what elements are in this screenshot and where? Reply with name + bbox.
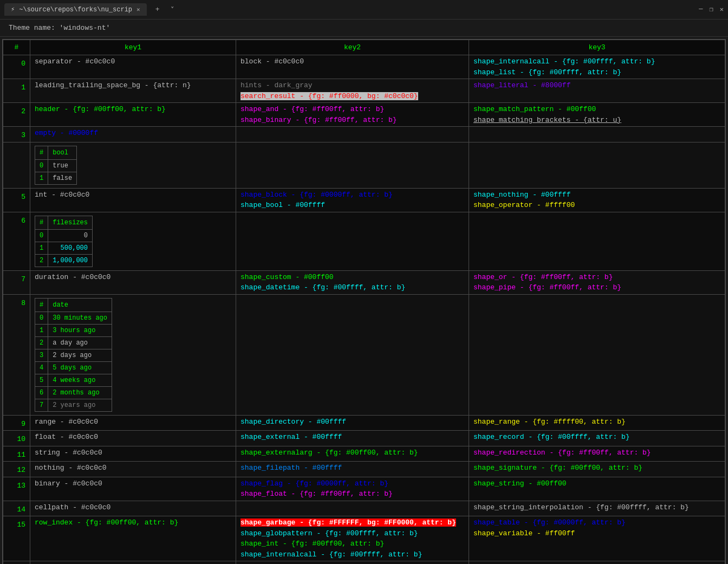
col-header-key2: key2 bbox=[236, 40, 469, 55]
row-0-col3: shape_internalcall - {fg: #00ffff, attr:… bbox=[469, 55, 725, 79]
row-0-col2: block - #c0c0c0 bbox=[236, 55, 469, 79]
date-row-2-val: a day ago bbox=[48, 336, 112, 349]
row-num: 6 bbox=[3, 212, 30, 270]
row-9-col3: shape_range - {fg: #ffff00, attr: b} bbox=[469, 415, 725, 431]
row-14-col1: cellpath - #c0c0c0 bbox=[30, 501, 236, 516]
row-10-col1: float - #c0c0c0 bbox=[30, 431, 236, 446]
row-num: 11 bbox=[3, 446, 30, 462]
row-7-col1: duration - #c0c0c0 bbox=[30, 270, 236, 294]
row-3-col3 bbox=[469, 127, 725, 142]
row-15-col3: shape_table - {fg: #0000ff, attr: b} sha… bbox=[469, 516, 725, 561]
filesizes-header-idx: # bbox=[35, 216, 48, 229]
row-13-col2: shape_flag - {fg: #0000ff, attr: b} shap… bbox=[236, 477, 469, 501]
row-15-col2: shape_garbage - {fg: #FFFFFF, bg: #FF000… bbox=[236, 516, 469, 561]
filesizes-row-1-val: 500,000 bbox=[48, 242, 93, 254]
row-num: 0 bbox=[3, 55, 30, 79]
bool-table-row: 0 true bbox=[35, 159, 77, 172]
table-row: 9 range - #c0c0c0 shape_directory - #00f… bbox=[3, 415, 725, 431]
table-row: 5 int - #c0c0c0 shape_block - {fg: #0000… bbox=[3, 188, 725, 212]
table-row: 13 binary - #c0c0c0 shape_flag - {fg: #0… bbox=[3, 477, 725, 501]
date-row-5-val: 4 weeks ago bbox=[48, 374, 112, 386]
row-0-col1: separator - #c0c0c0 bbox=[30, 55, 236, 79]
row-10-col2: shape_external - #00ffff bbox=[236, 431, 469, 446]
row-12-col2: shape_filepath - #00ffff bbox=[236, 462, 469, 477]
date-row: 0 30 minutes ago bbox=[35, 312, 112, 324]
row-2-col2: shape_and - {fg: #ff00ff, attr: b} shape… bbox=[236, 103, 469, 127]
table-row: 14 cellpath - #c0c0c0 shape_string_inter… bbox=[3, 501, 725, 516]
row-11-col2: shape_externalarg - {fg: #00ff00, attr: … bbox=[236, 446, 469, 462]
date-row: 4 5 days ago bbox=[35, 361, 112, 374]
date-header-val: date bbox=[48, 298, 112, 312]
bool-table-header-idx: # bbox=[35, 146, 48, 159]
filesizes-row-0-idx: 0 bbox=[35, 229, 48, 242]
table-row-inner-bool: # bool 0 true 1 false bbox=[3, 142, 725, 188]
theme-name-line: Theme name: 'windows-nt' bbox=[0, 20, 728, 37]
row-5-col1: int - #c0c0c0 bbox=[30, 188, 236, 212]
row-num: 7 bbox=[3, 270, 30, 294]
row-num: 5 bbox=[3, 188, 30, 212]
bool-row-1-val: false bbox=[48, 172, 77, 184]
row-3-col1: empty - #0000ff bbox=[30, 127, 236, 142]
date-row-6-val: 2 months ago bbox=[48, 386, 112, 399]
close-button[interactable]: ✕ bbox=[720, 5, 724, 14]
row-13-col1: binary - #c0c0c0 bbox=[30, 477, 236, 501]
filesizes-row-1-idx: 1 bbox=[35, 242, 48, 254]
row-16-col1: record - #c0c0c0 bbox=[30, 561, 236, 565]
col-header-key1: key1 bbox=[30, 40, 236, 55]
titlebar: ⚡ ~\source\repos\forks\nu_scrip ✕ + ˅ — … bbox=[0, 0, 728, 20]
row-14-col2 bbox=[236, 501, 469, 516]
date-row-7-val: 2 years ago bbox=[48, 399, 112, 411]
date-row-3-val: 2 days ago bbox=[48, 349, 112, 361]
minimize-button[interactable]: — bbox=[699, 5, 703, 14]
new-tab-button[interactable]: + bbox=[151, 5, 164, 14]
row-11-col1: string - #c0c0c0 bbox=[30, 446, 236, 462]
row-5-col2: shape_block - {fg: #0000ff, attr: b} sha… bbox=[236, 188, 469, 212]
date-table: # date 0 30 minutes ago 1 3 hours bbox=[35, 298, 112, 412]
table-row: 15 row_index - {fg: #00ff00, attr: b} sh… bbox=[3, 516, 725, 561]
date-row-5-idx: 5 bbox=[35, 374, 48, 386]
col-header-num: # bbox=[3, 40, 30, 55]
table-row: 8 # date 0 30 minutes ago bbox=[3, 294, 725, 415]
row-9-col1: range - #c0c0c0 bbox=[30, 415, 236, 431]
restore-button[interactable]: ❐ bbox=[710, 5, 713, 14]
row-5-col3: shape_nothing - #00ffff shape_operator -… bbox=[469, 188, 725, 212]
row-2-col3: shape_match_pattern - #00ff00 shape_matc… bbox=[469, 103, 725, 127]
bool-row-1-idx: 1 bbox=[35, 172, 48, 184]
bool-table: # bool 0 true 1 false bbox=[35, 146, 77, 185]
date-row-1-val: 3 hours ago bbox=[48, 324, 112, 336]
row-16-col2 bbox=[236, 561, 469, 565]
row-num: 8 bbox=[3, 294, 30, 415]
row-9-col2: shape_directory - #00ffff bbox=[236, 415, 469, 431]
tab-dropdown-button[interactable]: ˅ bbox=[168, 5, 177, 14]
row-7-col2: shape_custom - #00ff00 shape_datetime - … bbox=[236, 270, 469, 294]
date-row: 3 2 days ago bbox=[35, 349, 112, 361]
row-num: 3 bbox=[3, 127, 30, 142]
row-14-col3: shape_string_interpolation - {fg: #00fff… bbox=[469, 501, 725, 516]
tab-close-button[interactable]: ✕ bbox=[136, 6, 140, 13]
row-num: 2 bbox=[3, 103, 30, 127]
bool-row-0-val: true bbox=[48, 159, 77, 172]
table-row: 1 leading_trailing_space_bg - {attr: n} … bbox=[3, 79, 725, 103]
row-num: 16 bbox=[3, 561, 30, 565]
terminal-tab[interactable]: ⚡ ~\source\repos\forks\nu_scrip ✕ bbox=[4, 3, 147, 16]
table-row: 10 float - #c0c0c0 shape_external - #00f… bbox=[3, 431, 725, 446]
row-13-col3: shape_string - #00ff00 bbox=[469, 477, 725, 501]
main-content: # key1 key2 key3 0 separator - #c0c0c0 b… bbox=[2, 39, 726, 564]
row-11-col3: shape_redirection - {fg: #ff00ff, attr: … bbox=[469, 446, 725, 462]
table-row: 16 record - #c0c0c0 bbox=[3, 561, 725, 565]
date-row: 2 a day ago bbox=[35, 336, 112, 349]
date-row-3-idx: 3 bbox=[35, 349, 48, 361]
date-row-0-val: 30 minutes ago bbox=[48, 312, 112, 324]
date-row: 5 4 weeks ago bbox=[35, 374, 112, 386]
tab-label: ~\source\repos\forks\nu_scrip bbox=[19, 6, 132, 14]
table-row: 11 string - #c0c0c0 shape_externalarg - … bbox=[3, 446, 725, 462]
row-7-col3: shape_or - {fg: #ff00ff, attr: b} shape_… bbox=[469, 270, 725, 294]
row-2-col1: header - {fg: #00ff00, attr: b} bbox=[30, 103, 236, 127]
col-header-key3: key3 bbox=[469, 40, 725, 55]
filesizes-row: 1 500,000 bbox=[35, 242, 93, 254]
row-16-col3 bbox=[469, 561, 725, 565]
table-row: 6 # filesizes 0 0 bbox=[3, 212, 725, 270]
row-num: 1 bbox=[3, 79, 30, 103]
date-row: 7 2 years ago bbox=[35, 399, 112, 411]
filesizes-row: 0 0 bbox=[35, 229, 93, 242]
